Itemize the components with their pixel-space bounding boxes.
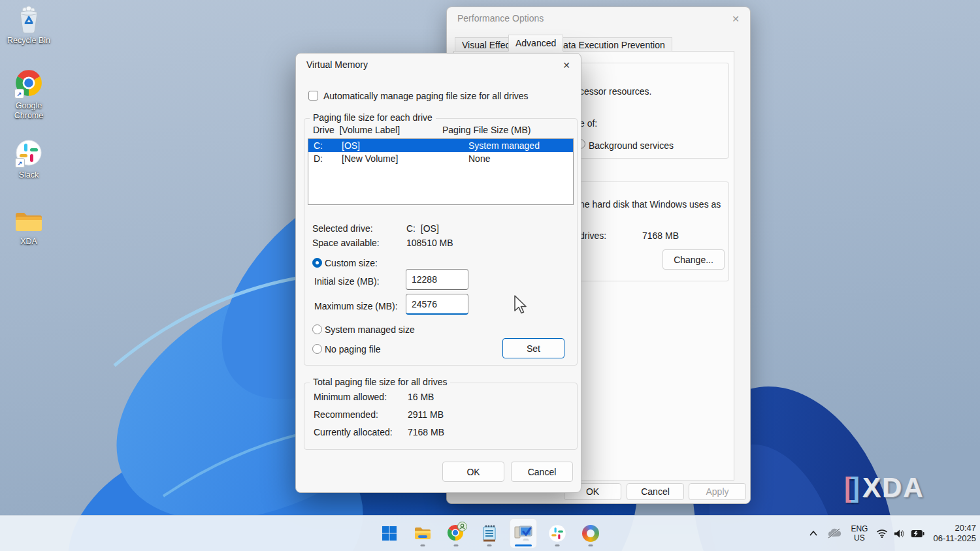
start-button[interactable] <box>376 519 402 548</box>
taskbar-file-explorer[interactable] <box>410 519 436 548</box>
desktop-icon-label: Slack <box>19 170 39 180</box>
desktop-icon-xda-folder[interactable]: XDA <box>0 209 57 247</box>
profile-badge-icon <box>457 522 467 531</box>
system-properties-icon <box>514 524 533 543</box>
processor-text-fragment: cessor resources. <box>580 86 651 97</box>
desktop-icon-label: Google Chrome <box>6 101 52 121</box>
file-explorer-icon <box>414 525 432 542</box>
battery-charging-icon <box>911 529 924 538</box>
clock[interactable]: 20:47 06-11-2025 <box>933 523 976 544</box>
volume-icon <box>894 529 905 539</box>
recommended-label: Recommended: <box>314 409 378 420</box>
tab-advanced[interactable]: Advanced <box>508 35 563 52</box>
auto-manage-checkbox[interactable] <box>308 91 318 101</box>
recommended-value: 2911 MB <box>408 409 444 420</box>
watermark-text: XDA <box>862 474 924 501</box>
change-button[interactable]: Change... <box>662 249 725 270</box>
chrome-icon: ↗ <box>14 68 44 99</box>
taskbar-slack[interactable] <box>544 519 570 548</box>
recycle-bin-icon <box>14 5 43 34</box>
custom-size-radio[interactable] <box>312 258 322 268</box>
initial-size-label: Initial size (MB): <box>314 276 380 287</box>
ok-button[interactable]: OK <box>442 462 504 482</box>
windows-logo-icon <box>382 526 397 541</box>
slack-icon: ↗ <box>14 138 43 168</box>
photos-icon <box>582 525 599 542</box>
background-services-label: Background services <box>589 140 674 151</box>
custom-size-label: Custom size: <box>325 257 378 269</box>
maximum-size-input[interactable] <box>406 294 468 315</box>
taskbar-notepad[interactable] <box>476 519 502 548</box>
desktop-icon-google-chrome[interactable]: ↗ Google Chrome <box>0 68 57 121</box>
tray-date: 06-11-2025 <box>933 533 976 544</box>
system-managed-label: System managed size <box>325 324 415 336</box>
dialog-title: Virtual Memory <box>306 59 368 70</box>
quick-settings[interactable] <box>876 529 924 539</box>
drive-row-d[interactable]: D: [New Volume] None <box>308 152 573 165</box>
taskbar: ENG US 20:47 06-11-2025 <box>0 515 980 551</box>
desktop-icon-slack[interactable]: ↗ Slack <box>0 138 57 180</box>
total-paging-group-label: Total paging file size for all drives <box>310 377 450 387</box>
drive-listbox[interactable]: C: [OS] System managed D: [New Volume] N… <box>308 138 574 205</box>
taskbar-photos[interactable] <box>578 519 604 548</box>
total-paging-label-fragment: drives: <box>580 230 606 242</box>
system-managed-radio[interactable] <box>312 324 322 334</box>
cancel-button[interactable]: Cancel <box>627 483 684 500</box>
wifi-icon <box>876 529 888 538</box>
column-header-size: Paging File Size (MB) <box>442 124 531 136</box>
space-available-value: 108510 MB <box>406 237 453 249</box>
space-available-label: Space available: <box>312 237 380 249</box>
currently-allocated-value: 7168 MB <box>408 426 444 438</box>
onedrive-paused-icon[interactable] <box>826 528 842 539</box>
selected-drive-label: Selected drive: <box>312 223 373 234</box>
close-icon[interactable]: ✕ <box>559 57 574 73</box>
tray-time: 20:47 <box>933 523 976 533</box>
vm-description-fragment: he hard disk that Windows uses as <box>580 198 721 210</box>
auto-manage-label: Automatically manage paging file size fo… <box>323 90 529 102</box>
selected-drive-value: C: [OS] <box>406 223 439 234</box>
dialog-title: Performance Options <box>457 13 544 24</box>
mouse-cursor <box>514 295 529 316</box>
currently-allocated-label: Currently allocated: <box>314 426 393 438</box>
xda-watermark: [] XDA <box>844 474 924 501</box>
paging-file-group-label: Paging file size for each drive <box>310 112 436 123</box>
taskbar-system-properties[interactable] <box>510 518 537 548</box>
shortcut-arrow-icon: ↗ <box>15 158 25 168</box>
desktop-icon-label: Recycle Bin <box>7 36 50 46</box>
no-paging-file-label: No paging file <box>325 343 381 355</box>
column-header-drive: Drive [Volume Label] <box>313 124 400 136</box>
best-performance-text-fragment: e of: <box>580 118 597 129</box>
set-button[interactable]: Set <box>502 338 564 358</box>
drive-row-c[interactable]: C: [OS] System managed <box>308 139 573 152</box>
taskbar-chrome[interactable] <box>443 519 469 548</box>
no-paging-file-radio[interactable] <box>312 344 322 354</box>
close-icon[interactable]: ✕ <box>728 11 743 27</box>
tab-data-execution-prevention[interactable]: Data Execution Prevention <box>549 37 672 52</box>
initial-size-input[interactable] <box>406 269 468 290</box>
cancel-button[interactable]: Cancel <box>511 462 573 482</box>
minimum-allowed-value: 16 MB <box>408 391 434 403</box>
desktop-icon-recycle-bin[interactable]: Recycle Bin <box>0 5 57 46</box>
total-paging-value: 7168 MB <box>642 230 679 242</box>
shortcut-arrow-icon: ↗ <box>14 89 24 99</box>
language-switcher[interactable]: ENG US <box>851 524 868 543</box>
slack-icon <box>548 524 566 543</box>
desktop-icon-label: XDA <box>20 237 37 247</box>
virtual-memory-dialog: Virtual Memory ✕ Automatically manage pa… <box>295 53 581 493</box>
notepad-icon <box>482 524 497 543</box>
minimum-allowed-label: Minimum allowed: <box>314 391 387 403</box>
hidden-icons-chevron-icon[interactable] <box>809 529 818 537</box>
maximum-size-label: Maximum size (MB): <box>314 300 398 312</box>
folder-icon <box>14 209 44 235</box>
apply-button[interactable]: Apply <box>689 483 746 500</box>
